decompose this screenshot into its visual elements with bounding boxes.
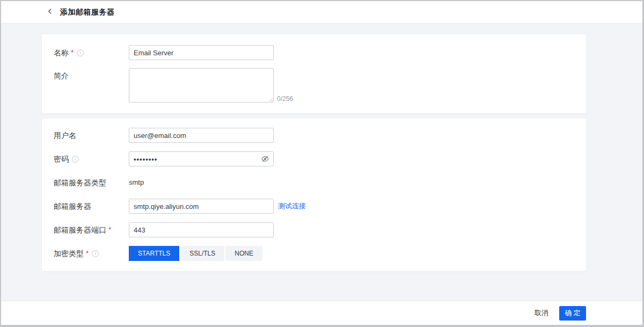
encryption-row: 加密类型 * i STARTTLS SSL/TLS NONE	[42, 246, 586, 261]
server-host-label: 邮箱服务器	[54, 199, 129, 214]
username-field-row: 用户名	[42, 128, 586, 143]
info-icon[interactable]: i	[72, 156, 79, 163]
confirm-button[interactable]: 确定	[559, 306, 586, 321]
server-type-label: 邮箱服务器类型	[54, 175, 129, 190]
info-icon[interactable]: i	[92, 250, 99, 257]
server-host-input[interactable]	[129, 199, 274, 214]
add-mail-server-page: 添加邮箱服务器 名称 * i 简介	[0, 0, 644, 327]
name-field-row: 名称 * i	[42, 45, 586, 60]
password-input-wrap	[129, 151, 274, 166]
char-counter: 0/256	[277, 95, 293, 103]
action-footer: 取消 确定	[1, 301, 642, 325]
server-port-input[interactable]	[129, 222, 274, 237]
password-input[interactable]	[129, 151, 274, 166]
username-label: 用户名	[54, 128, 129, 143]
page-header: 添加邮箱服务器	[1, 1, 642, 24]
server-type-row: 邮箱服务器类型 smtp	[42, 175, 586, 190]
encryption-option-starttls[interactable]: STARTTLS	[129, 246, 179, 261]
encryption-option-none[interactable]: NONE	[225, 246, 262, 261]
server-port-row: 邮箱服务器端口 *	[42, 222, 586, 237]
intro-textarea[interactable]	[129, 68, 274, 103]
encryption-option-ssltls[interactable]: SSL/TLS	[180, 246, 224, 261]
server-port-label: 邮箱服务器端口 *	[54, 222, 129, 237]
intro-textarea-wrap	[129, 68, 274, 103]
test-connection-link[interactable]: 测试连接	[278, 199, 306, 214]
server-host-row: 邮箱服务器 测试连接	[42, 199, 586, 214]
required-asterisk: *	[71, 45, 74, 60]
chevron-left-icon	[46, 8, 54, 17]
password-field-row: 密码 i	[42, 151, 586, 166]
username-input[interactable]	[129, 128, 274, 143]
intro-control: 0/256	[129, 68, 293, 103]
encryption-label: 加密类型 * i	[54, 246, 129, 261]
info-icon[interactable]: i	[77, 49, 84, 56]
page-title: 添加邮箱服务器	[60, 8, 115, 17]
required-asterisk: *	[108, 222, 111, 237]
name-control	[129, 45, 274, 60]
main-content: 名称 * i 简介 0/256	[1, 24, 642, 301]
encryption-segmented-control: STARTTLS SSL/TLS NONE	[129, 246, 262, 261]
intro-field-row: 简介 0/256	[42, 68, 586, 103]
basic-info-card: 名称 * i 简介 0/256	[42, 34, 586, 113]
name-input[interactable]	[129, 45, 274, 60]
required-asterisk: *	[86, 246, 89, 261]
cancel-button[interactable]: 取消	[535, 308, 548, 318]
intro-label: 简介	[54, 68, 129, 83]
password-label: 密码 i	[54, 151, 129, 166]
back-button[interactable]	[46, 8, 54, 17]
eye-off-icon[interactable]	[261, 155, 269, 163]
server-type-value: smtp	[129, 175, 144, 190]
server-settings-card: 用户名 密码 i	[42, 119, 586, 271]
name-label: 名称 * i	[54, 45, 129, 60]
